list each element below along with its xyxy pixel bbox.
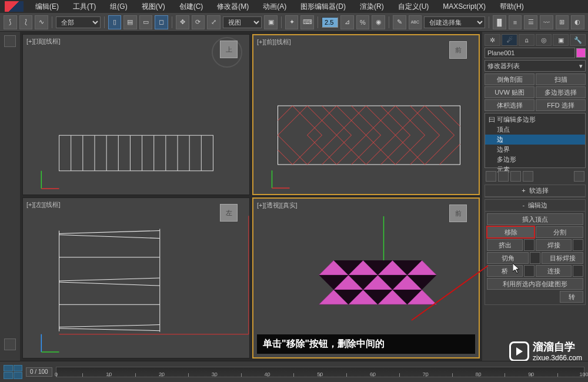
viewport-top[interactable]: [+][顶][线框] 上 (22, 34, 250, 195)
stack-editable-poly[interactable]: 曰 可编辑多边形 (485, 115, 585, 125)
viewport-left[interactable]: [+][左][线框] 左 (22, 197, 250, 358)
menu-create[interactable]: 创建(C) (172, 0, 211, 13)
select-name-icon[interactable]: ▤ (123, 15, 137, 29)
menu-customize[interactable]: 自定义(U) (391, 0, 436, 13)
viewcube-icon[interactable]: 上 (220, 41, 238, 58)
connect-button[interactable]: 连接 (536, 265, 572, 277)
stack-vertex[interactable]: 顶点 (485, 125, 585, 135)
rollout-soft-selection[interactable]: + 软选择 (485, 185, 586, 197)
pin-stack-icon[interactable] (486, 171, 496, 182)
layers-icon[interactable]: ☰ (524, 15, 537, 29)
viewport-perspective[interactable]: [+][透视][真实] 前 (252, 197, 480, 358)
menu-edit[interactable]: 编辑(E) (28, 0, 66, 13)
stack-edge[interactable]: 边 (485, 135, 585, 145)
extrude-button[interactable]: 挤出 (487, 239, 523, 251)
material-editor-icon[interactable]: ◐ (571, 15, 584, 29)
spinner-snap-icon[interactable]: ◉ (372, 15, 385, 29)
abc-icon[interactable]: ABC (409, 15, 422, 29)
connect-settings-icon[interactable] (573, 265, 583, 277)
mirror-icon[interactable]: ▐▌ (493, 15, 506, 29)
insert-vertex-button[interactable]: 插入顶点 (487, 213, 583, 225)
percent-snap-icon[interactable]: % (356, 15, 370, 29)
viewport-layout-icon[interactable] (4, 365, 22, 379)
bind-icon[interactable]: ∿ (35, 15, 48, 29)
selection-filter-select[interactable]: 全部 (56, 16, 101, 28)
select-window-icon[interactable]: ◻ (155, 15, 168, 29)
ref-coord-select[interactable]: 视图 (223, 16, 262, 28)
modifier-stack[interactable]: 曰 可编辑多边形 顶点 边 边界 多边形 元素 (485, 113, 586, 168)
viewcube-icon[interactable]: 前 (449, 205, 467, 222)
mod-btn-volselect[interactable]: 体积选择 (485, 99, 534, 111)
object-name-input[interactable] (485, 48, 575, 58)
curve-editor-icon[interactable]: 〰 (540, 15, 553, 29)
menu-group[interactable]: 组(G) (103, 0, 134, 13)
menu-animation[interactable]: 动画(A) (256, 0, 293, 13)
move-icon[interactable]: ✥ (176, 15, 189, 29)
extrude-settings-icon[interactable] (524, 239, 534, 251)
named-selection-select[interactable]: 创建选择集 (424, 16, 485, 28)
menu-grapheditor[interactable]: 图形编辑器(D) (293, 0, 353, 13)
link-icon[interactable]: ⟆ (4, 15, 17, 29)
tab-display-icon[interactable]: ▣ (553, 34, 569, 46)
stack-polygon[interactable]: 多边形 (485, 155, 585, 165)
select-object-icon[interactable]: ▯ (108, 15, 122, 29)
menu-modifiers[interactable]: 修改器(M) (210, 0, 256, 13)
viewport-label[interactable]: [+][透视][真实] (257, 201, 298, 210)
mod-btn-ffd[interactable]: FFD 选择 (536, 99, 586, 111)
chamfer-settings-icon[interactable] (530, 252, 540, 264)
rotate-icon[interactable]: ⟳ (192, 15, 205, 29)
select-region-rect-icon[interactable]: ▭ (139, 15, 153, 29)
menu-render[interactable]: 渲染(R) (353, 0, 391, 13)
mod-btn-bevel-profile[interactable]: 倒角剖面 (485, 73, 534, 85)
tab-create-icon[interactable]: ✲ (485, 34, 500, 46)
scale-icon[interactable]: ⤢ (207, 15, 220, 29)
tab-utilities-icon[interactable]: 🔧 (570, 34, 586, 46)
align-icon[interactable]: ≡ (509, 15, 522, 29)
named-selection-edit-icon[interactable]: ✎ (393, 15, 406, 29)
pivot-icon[interactable]: ▣ (264, 15, 278, 29)
object-color-swatch[interactable] (576, 48, 586, 58)
create-shape-button[interactable]: 利用所选内容创建图形 (487, 278, 583, 290)
manipulate-icon[interactable]: ✦ (285, 15, 299, 29)
viewcube-icon[interactable]: 前 (449, 41, 467, 59)
menu-maxscript[interactable]: MAXScript(X) (436, 0, 493, 13)
schematic-icon[interactable]: ⊞ (556, 15, 569, 29)
mod-btn-sweep[interactable]: 扫描 (536, 73, 586, 85)
make-unique-icon[interactable] (510, 171, 521, 182)
snap-value[interactable]: 2.5 (322, 17, 338, 28)
show-end-result-icon[interactable] (498, 171, 509, 182)
bridge-settings-icon[interactable] (524, 265, 534, 277)
mod-btn-uvw[interactable]: UVW 贴图 (485, 86, 534, 98)
turn-button[interactable]: 转 (560, 291, 583, 303)
tab-hierarchy-icon[interactable]: ⩍ (519, 34, 534, 46)
viewcube-icon[interactable]: 左 (220, 204, 238, 222)
weld-button[interactable]: 焊接 (536, 239, 572, 251)
keyboard-shortcut-icon[interactable]: ⌨ (300, 15, 314, 29)
mod-btn-polyselect[interactable]: 多边形选择 (536, 86, 586, 98)
split-button[interactable]: 分割 (536, 226, 583, 238)
play-icon[interactable] (4, 339, 16, 350)
frame-indicator[interactable]: 0 / 100 (26, 367, 52, 377)
unlink-icon[interactable]: ⟅ (19, 15, 33, 29)
menu-tools[interactable]: 工具(T) (66, 0, 103, 13)
viewport-label[interactable]: [+][顶][线框] (26, 37, 61, 46)
remove-modifier-icon[interactable] (523, 171, 533, 182)
weld-settings-icon[interactable] (573, 239, 583, 251)
timeline-slider[interactable]: 0102030405060708090100 (56, 367, 584, 377)
modifier-list-select[interactable]: 修改器列表▾ (485, 60, 586, 72)
target-weld-button[interactable]: 目标焊接 (542, 252, 583, 264)
tab-motion-icon[interactable]: ◎ (536, 34, 552, 46)
viewport-front[interactable]: [+][前][线框] 前 (252, 34, 480, 195)
separator (489, 16, 489, 28)
tab-modify-icon[interactable]: ☄ (502, 34, 517, 46)
expand-icon[interactable] (4, 35, 16, 47)
stack-border[interactable]: 边界 (485, 145, 585, 155)
viewport-label[interactable]: [+][左][线框] (26, 200, 61, 209)
menu-help[interactable]: 帮助(H) (493, 0, 531, 13)
remove-button[interactable]: 移除 (487, 226, 534, 238)
chamfer-button[interactable]: 切角 (487, 252, 529, 264)
menu-view[interactable]: 视图(V) (135, 0, 172, 13)
configure-sets-icon[interactable] (574, 171, 584, 182)
viewport-label[interactable]: [+][前][线框] (257, 38, 291, 46)
angle-snap-icon[interactable]: ⊿ (340, 15, 354, 29)
